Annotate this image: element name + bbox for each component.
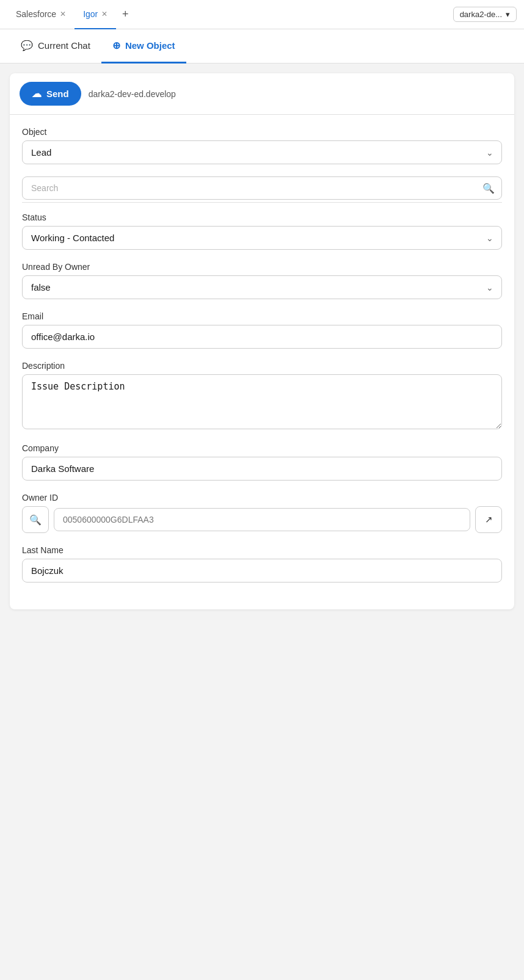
status-field-group: Status Working - Contacted ⌄ <box>22 212 502 250</box>
org-label: darka2-dev-ed.develop <box>89 89 176 99</box>
new-tab-button[interactable]: + <box>116 5 134 24</box>
unread-select[interactable]: false <box>22 275 502 299</box>
nav-new-object-label: New Object <box>125 40 175 51</box>
tab-salesforce-close[interactable]: ✕ <box>60 10 66 18</box>
tab-igor-close[interactable]: ✕ <box>101 10 107 18</box>
description-label: Description <box>22 361 502 371</box>
status-select-wrapper: Working - Contacted ⌄ <box>22 226 502 250</box>
owner-id-input[interactable] <box>54 508 470 531</box>
description-textarea[interactable]: Issue Description <box>22 374 502 429</box>
tab-igor-label: Igor <box>83 9 98 19</box>
email-field-group: Email <box>22 311 502 349</box>
main-content: ☁ Send darka2-dev-ed.develop Object Lead… <box>0 64 524 619</box>
cloud-icon: ☁ <box>32 88 42 100</box>
owner-link-button[interactable]: ↗ <box>475 506 502 533</box>
search-icon: 🔍 <box>482 183 495 194</box>
status-label: Status <box>22 212 502 222</box>
last-name-field-group: Last Name <box>22 545 502 583</box>
search-button[interactable]: 🔍 <box>482 183 495 194</box>
nav-new-object[interactable]: ⊕ New Object <box>101 29 186 64</box>
send-button-label: Send <box>46 89 69 99</box>
chat-icon: 💬 <box>21 40 33 51</box>
tab-bar: Salesforce ✕ Igor ✕ + darka2-de... ▾ <box>0 0 524 29</box>
form-panel: Object Lead ⌄ 🔍 Status <box>10 115 514 609</box>
unread-label: Unread By Owner <box>22 262 502 272</box>
description-field-group: Description Issue Description <box>22 361 502 431</box>
external-link-icon: ↗ <box>485 514 493 525</box>
owner-search-icon: 🔍 <box>29 514 42 526</box>
header-nav: 💬 Current Chat ⊕ New Object <box>0 29 524 64</box>
owner-id-row: 🔍 ↗ <box>22 506 502 533</box>
object-label: Object <box>22 127 502 137</box>
nav-current-chat[interactable]: 💬 Current Chat <box>10 29 101 64</box>
object-field-group: Object Lead ⌄ <box>22 127 502 164</box>
status-select[interactable]: Working - Contacted <box>22 226 502 250</box>
last-name-input[interactable] <box>22 559 502 583</box>
divider <box>22 202 502 203</box>
company-input[interactable] <box>22 457 502 481</box>
send-bar: ☁ Send darka2-dev-ed.develop <box>10 73 514 115</box>
tab-salesforce[interactable]: Salesforce ✕ <box>7 0 75 29</box>
company-field-group: Company <box>22 443 502 481</box>
email-input[interactable] <box>22 325 502 349</box>
org-selector[interactable]: darka2-de... ▾ <box>453 7 517 22</box>
search-input[interactable] <box>22 176 502 200</box>
unread-select-wrapper: false ⌄ <box>22 275 502 299</box>
tab-salesforce-label: Salesforce <box>16 9 56 19</box>
org-selector-chevron: ▾ <box>506 10 510 19</box>
email-label: Email <box>22 311 502 321</box>
owner-search-button[interactable]: 🔍 <box>22 506 49 533</box>
last-name-label: Last Name <box>22 545 502 555</box>
unread-field-group: Unread By Owner false ⌄ <box>22 262 502 299</box>
owner-id-field-group: Owner ID 🔍 ↗ <box>22 493 502 533</box>
nav-current-chat-label: Current Chat <box>38 40 90 51</box>
plus-circle-icon: ⊕ <box>112 40 120 51</box>
org-selector-label: darka2-de... <box>460 10 502 19</box>
object-select-wrapper: Lead ⌄ <box>22 140 502 164</box>
search-wrapper: 🔍 <box>22 176 502 200</box>
tab-igor[interactable]: Igor ✕ <box>75 0 116 29</box>
owner-id-label: Owner ID <box>22 493 502 503</box>
object-select[interactable]: Lead <box>22 140 502 164</box>
company-label: Company <box>22 443 502 453</box>
send-button[interactable]: ☁ Send <box>20 82 81 106</box>
